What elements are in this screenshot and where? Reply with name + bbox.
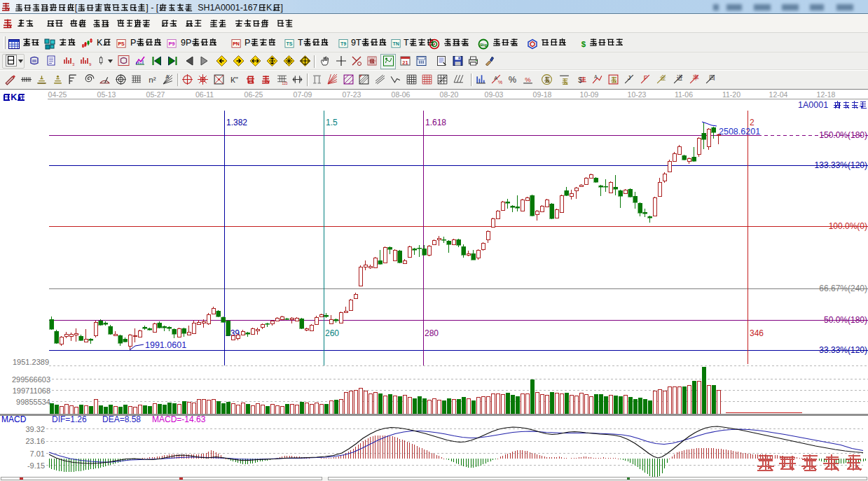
svg-text:J: J <box>628 74 631 81</box>
svg-text:2: 2 <box>750 118 755 127</box>
svg-text:1951.2389: 1951.2389 <box>13 358 49 366</box>
svg-text:A: A <box>594 74 598 79</box>
svg-text:123: 123 <box>282 82 288 85</box>
svg-text:SH1A0001-167: SH1A0001-167 <box>193 3 257 13</box>
svg-text:50.0%(180): 50.0%(180) <box>824 315 867 325</box>
svg-text:9: 9 <box>89 62 92 67</box>
svg-text:09-03: 09-03 <box>485 90 504 99</box>
svg-text:150.0%(180): 150.0%(180) <box>819 130 867 140</box>
svg-text:1A0001: 1A0001 <box>798 100 833 110</box>
svg-text:T9: T9 <box>340 41 346 46</box>
svg-text:TN: TN <box>392 41 399 46</box>
svg-text:05-27: 05-27 <box>146 90 165 99</box>
svg-text:280: 280 <box>425 328 439 338</box>
svg-text:2508.6201: 2508.6201 <box>719 127 760 137</box>
svg-text:MACD: MACD <box>1 414 27 424</box>
svg-text:%: % <box>498 79 502 85</box>
svg-text:39.32: 39.32 <box>25 425 45 433</box>
svg-text:-9.15: -9.15 <box>27 461 45 470</box>
svg-text:MACD=-14.63: MACD=-14.63 <box>152 414 206 424</box>
svg-text:11-20: 11-20 <box>722 90 740 99</box>
svg-text:07-23: 07-23 <box>343 90 361 99</box>
svg-text:P9: P9 <box>169 41 175 46</box>
svg-text:F: F <box>644 74 648 81</box>
svg-text:P: P <box>130 38 136 48</box>
svg-text:К": К" <box>230 75 238 84</box>
svg-text:05-13: 05-13 <box>97 90 116 99</box>
svg-text:66.67%(240): 66.67%(240) <box>819 284 867 293</box>
svg-text:Big: Big <box>480 43 487 47</box>
svg-text:进: 进 <box>676 74 683 81</box>
svg-text:23.16: 23.16 <box>25 437 45 445</box>
svg-text:06-25: 06-25 <box>244 90 263 99</box>
svg-text:A: A <box>165 74 169 80</box>
svg-text:9P: 9P <box>181 38 191 48</box>
svg-text:1991.0601: 1991.0601 <box>145 340 186 350</box>
svg-text:12-18: 12-18 <box>817 90 836 99</box>
svg-text:100.0%(0): 100.0%(0) <box>829 221 867 231</box>
svg-text:DEA=8.58: DEA=8.58 <box>102 414 141 424</box>
svg-text:07-09: 07-09 <box>294 90 312 99</box>
svg-text:21: 21 <box>402 60 408 66</box>
svg-text:133.33%(120): 133.33%(120) <box>815 160 867 170</box>
svg-text:260: 260 <box>325 328 339 338</box>
svg-text:T: T <box>298 38 303 48</box>
svg-text:%: % <box>509 74 516 85</box>
svg-text:K: K <box>97 38 103 48</box>
svg-text:] - [: ] - [ <box>146 3 159 13</box>
svg-text:3: 3 <box>72 62 75 67</box>
svg-text:$: $ <box>581 40 586 48</box>
svg-text:11-06: 11-06 <box>675 90 693 99</box>
svg-text:PS: PS <box>118 41 125 46</box>
svg-text:[: [ <box>75 3 78 13</box>
svg-text:299566603: 299566603 <box>12 375 50 384</box>
svg-text:1.5: 1.5 <box>326 118 338 127</box>
svg-text:1.618: 1.618 <box>425 118 446 127</box>
svg-text:04-25: 04-25 <box>48 90 67 99</box>
svg-text:33.33%(120): 33.33%(120) <box>819 345 867 355</box>
svg-text:四: 四 <box>709 74 715 81</box>
svg-text:346: 346 <box>750 328 764 338</box>
svg-text:PN: PN <box>233 41 240 46</box>
svg-text:%: % <box>525 76 531 83</box>
svg-text:n²: n² <box>149 75 156 84</box>
svg-text:99855534: 99855534 <box>16 398 50 406</box>
svg-text:金: 金 <box>660 74 666 81</box>
svg-text:DIF=1.26: DIF=1.26 <box>52 414 87 424</box>
svg-text:1.382: 1.382 <box>226 118 247 127</box>
svg-text:08-06: 08-06 <box>392 90 411 99</box>
svg-text:9T: 9T <box>351 38 361 48</box>
svg-text:A: A <box>494 75 497 81</box>
svg-text:12-04: 12-04 <box>769 90 788 99</box>
svg-text:]: ] <box>281 3 283 13</box>
svg-text:10-09: 10-09 <box>580 90 599 99</box>
svg-text:06-11: 06-11 <box>195 90 214 99</box>
svg-text:TS: TS <box>287 41 293 46</box>
svg-text:率: 率 <box>693 74 699 81</box>
svg-text:7.01: 7.01 <box>30 449 45 458</box>
svg-text:199711068: 199711068 <box>13 386 50 395</box>
svg-text:T: T <box>404 38 409 48</box>
svg-text:09-18: 09-18 <box>533 90 552 99</box>
svg-text:08-20: 08-20 <box>440 90 459 99</box>
svg-text:K: K <box>266 3 273 13</box>
svg-text:10-23: 10-23 <box>628 90 647 99</box>
svg-text:P: P <box>244 38 250 48</box>
svg-text:K: K <box>11 92 17 102</box>
